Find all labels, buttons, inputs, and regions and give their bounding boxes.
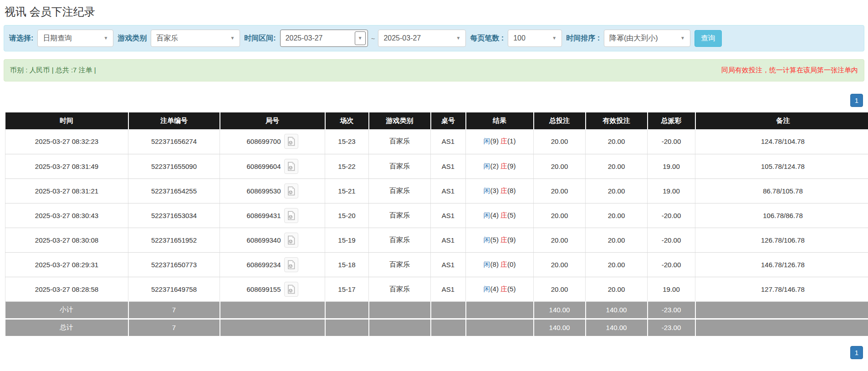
page: 视讯 会员下注纪录 请选择: 日期查询 ▼ 游戏类别 百家乐 ▼ 时间区间: 2… [0,0,868,361]
total-bet-link[interactable]: 20.00 [534,129,586,154]
footer-empty [369,301,431,319]
game-category-select[interactable]: 百家乐 ▼ [151,30,240,47]
cell-time: 2025-03-27 08:28:58 [5,277,128,301]
result-banker-score: (5) [507,285,516,293]
video-replay-button[interactable] [284,159,298,174]
video-replay-button[interactable] [284,257,298,272]
video-icon [287,285,296,294]
chevron-down-icon: ▼ [230,36,235,41]
result-banker-score: (9) [507,236,516,244]
valid-bet-notice: 同局有效投注，统一计算在该局第一张注单内 [721,66,858,75]
page-size-select[interactable]: 100 ▼ [508,30,562,47]
cell-game-category: 百家乐 [369,277,431,301]
footer-empty [220,301,325,319]
total-bet-link[interactable]: 20.00 [534,277,586,301]
round-number: 608699530 [246,187,281,195]
footer-empty [431,301,466,319]
footer-empty [466,319,534,336]
cell-result: 闲(5) 庄(9) [466,228,534,252]
result-player-score: (2) [490,162,499,170]
result-player-label: 闲 [484,137,490,145]
time-range-label: 时间区间: [244,34,276,43]
cell-payout: 19.00 [648,178,695,203]
search-button[interactable]: 查询 [694,30,722,47]
summary-bar: 币别 : 人民币 | 总共 :7 注单 | 同局有效投注，统一计算在该局第一张注… [4,59,864,81]
video-replay-button[interactable] [284,134,298,149]
query-type-select[interactable]: 日期查询 ▼ [37,30,113,47]
video-icon [287,162,296,171]
video-replay-button[interactable] [284,233,298,248]
page-button-1[interactable]: 1 [850,94,863,107]
round-cell-content: 608699340 [220,233,324,248]
footer-empty [695,319,868,336]
video-replay-button[interactable] [284,282,298,297]
column-header: 总派彩 [648,112,695,129]
date-to-select[interactable]: 2025-03-27 ▼ [378,30,466,47]
table-row: 2025-03-27 08:31:21522371654255608699530… [5,178,868,203]
caret-box: ▼ [227,31,238,45]
column-header: 局号 [220,112,325,129]
cell-session: 15-20 [325,203,369,228]
cell-game-category: 百家乐 [369,154,431,178]
cell-result: 闲(4) 庄(5) [466,277,534,301]
result-banker-label: 庄 [500,137,507,145]
result-player-score: (5) [490,236,499,244]
total-bet-link[interactable]: 20.00 [534,228,586,252]
cell-session: 15-17 [325,277,369,301]
cell-round: 608699155 [220,277,325,301]
video-replay-button[interactable] [284,208,298,223]
result-banker-label: 庄 [500,236,507,244]
round-number: 608699340 [246,236,281,244]
column-header: 结果 [466,112,534,129]
chevron-down-icon: ▼ [103,36,108,41]
date-from-select[interactable]: 2025-03-27 ▼ [280,30,368,47]
cell-valid-bet: 20.00 [586,154,648,178]
page-size-value: 100 [513,34,526,42]
result-player-label: 闲 [484,260,490,268]
result-banker-score: (8) [507,187,516,194]
time-sort-select[interactable]: 降幂(由大到小) ▼ [604,30,690,47]
video-replay-button[interactable] [284,183,298,198]
footer-empty [695,301,868,319]
total-bet-link[interactable]: 20.00 [534,203,586,228]
cell-game-category: 百家乐 [369,228,431,252]
total-bet-link[interactable]: 20.00 [534,154,586,178]
table-row: 2025-03-27 08:32:23522371656274608699700… [5,129,868,154]
cell-table-no: AS1 [431,228,466,252]
cell-valid-bet: 20.00 [586,129,648,154]
result-banker-label: 庄 [500,162,507,170]
cell-result: 闲(8) 庄(0) [466,252,534,277]
round-cell-content: 608699530 [220,183,324,198]
table-row: 2025-03-27 08:28:58522371649758608699155… [5,277,868,301]
cell-payout: 19.00 [648,277,695,301]
result-banker-label: 庄 [500,187,507,194]
result-player-score: (4) [490,211,499,219]
page-title: 视讯 会员下注纪录 [5,5,864,19]
footer-total-bet: 140.00 [534,319,586,336]
total-bet-link[interactable]: 20.00 [534,178,586,203]
total-bet-link[interactable]: 20.00 [534,252,586,277]
chevron-down-icon: ▼ [552,36,557,41]
table-row: 2025-03-27 08:31:49522371655090608699604… [5,154,868,178]
cell-time: 2025-03-27 08:29:31 [5,252,128,277]
cell-game-category: 百家乐 [369,252,431,277]
cell-result: 闲(9) 庄(1) [466,129,534,154]
video-icon [287,260,296,269]
query-type-value: 日期查询 [43,34,72,43]
page-button-1[interactable]: 1 [850,346,863,359]
game-category-label: 游戏类别 [117,34,147,43]
date-from-value: 2025-03-27 [286,34,323,42]
cell-round: 608699604 [220,154,325,178]
cell-round: 608699340 [220,228,325,252]
column-header: 备注 [695,112,868,129]
result-player-label: 闲 [484,187,490,194]
cell-session: 15-18 [325,252,369,277]
cell-time: 2025-03-27 08:32:23 [5,129,128,154]
cell-table-no: AS1 [431,252,466,277]
round-cell-content: 608699700 [220,134,324,149]
footer-empty [325,319,369,336]
cell-bet-id: 522371651952 [128,228,220,252]
cell-game-category: 百家乐 [369,203,431,228]
column-header: 注单编号 [128,112,220,129]
cell-result: 闲(2) 庄(9) [466,154,534,178]
